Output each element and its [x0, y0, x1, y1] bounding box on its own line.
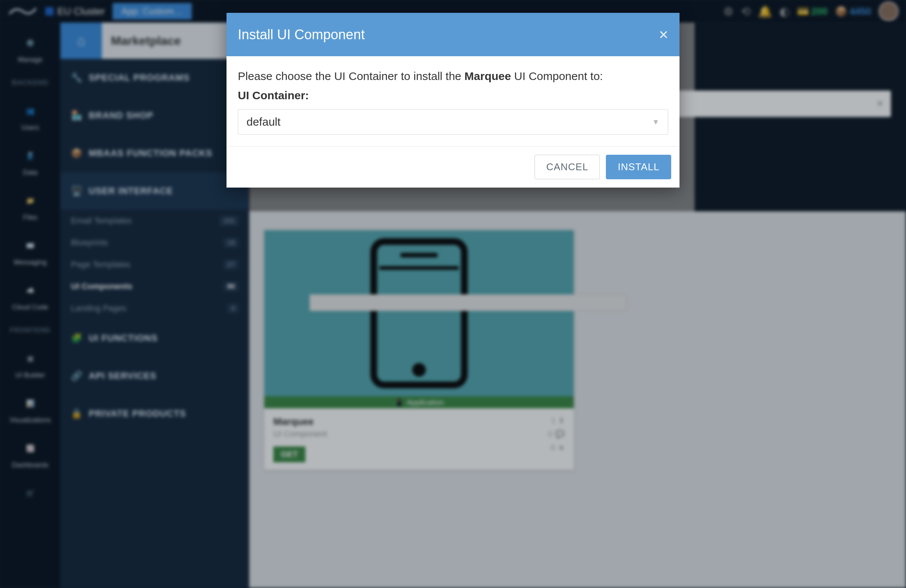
modal-overlay[interactable]: Install UI Component × Please choose the… — [0, 0, 906, 588]
ui-container-label: UI Container: — [238, 87, 668, 104]
install-modal: Install UI Component × Please choose the… — [226, 13, 680, 188]
modal-body: Please choose the UI Container to instal… — [226, 56, 680, 146]
cancel-button[interactable]: CANCEL — [534, 155, 600, 179]
close-icon[interactable]: × — [659, 27, 668, 43]
modal-prompt: Please choose the UI Container to instal… — [238, 68, 668, 84]
modal-title: Install UI Component — [238, 27, 365, 43]
chevron-down-icon: ▼ — [652, 118, 659, 126]
install-button[interactable]: INSTALL — [606, 155, 671, 179]
modal-footer: CANCEL INSTALL — [226, 146, 680, 188]
ui-container-select[interactable]: default ▼ — [238, 109, 668, 135]
modal-header: Install UI Component × — [226, 13, 680, 56]
select-value: default — [247, 115, 281, 128]
